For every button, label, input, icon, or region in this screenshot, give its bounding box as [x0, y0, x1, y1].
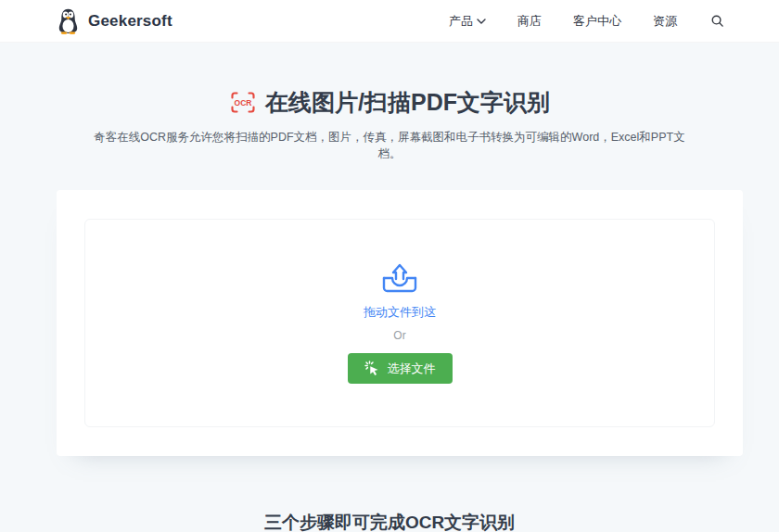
page-title: OCR 在线图片/扫描PDF文字识别: [229, 88, 550, 116]
drop-hint-label[interactable]: 拖动文件到这: [364, 304, 436, 321]
file-dropzone[interactable]: 拖动文件到这 Or 选择文件: [84, 219, 715, 427]
steps-heading: 三个步骤即可完成OCR文字识别: [0, 511, 779, 532]
svg-text:OCR: OCR: [235, 98, 252, 108]
chevron-down-icon: [477, 19, 486, 24]
brand-logo[interactable]: Geekersoft: [56, 7, 172, 34]
page-subtitle: 奇客在线OCR服务允许您将扫描的PDF文档，图片，传真，屏幕截图和电子书转换为可…: [93, 129, 686, 164]
choose-file-label: 选择文件: [388, 361, 436, 377]
or-label: Or: [393, 329, 405, 342]
upload-inbox-icon: [380, 262, 419, 294]
page-title-text: 在线图片/扫描PDF文字识别: [265, 88, 550, 116]
click-cursor-icon: [364, 361, 379, 376]
ocr-badge-icon: OCR: [229, 90, 257, 115]
upload-card: 拖动文件到这 Or 选择文件: [57, 190, 743, 456]
hero-section: OCR 在线图片/扫描PDF文字识别 奇客在线OCR服务允许您将扫描的PDF文档…: [0, 43, 779, 532]
nav-item-label: 产品: [449, 13, 473, 30]
search-icon: [710, 14, 724, 28]
main-nav: 产品 商店 客户中心 资源: [449, 12, 726, 30]
nav-item-products[interactable]: 产品: [449, 13, 486, 30]
choose-file-button[interactable]: 选择文件: [348, 353, 453, 384]
nav-item-customer-center[interactable]: 客户中心: [573, 13, 621, 30]
search-button[interactable]: [709, 12, 726, 30]
nav-item-label: 资源: [653, 13, 677, 30]
nav-item-label: 商店: [517, 13, 542, 30]
nav-item-label: 客户中心: [573, 13, 621, 30]
nav-item-resources[interactable]: 资源: [653, 13, 677, 30]
top-navbar: Geekersoft 产品 商店 客户中心 资源: [0, 0, 779, 43]
nav-item-store[interactable]: 商店: [517, 13, 542, 30]
penguin-logo-icon: [56, 7, 81, 34]
brand-name: Geekersoft: [88, 12, 172, 31]
